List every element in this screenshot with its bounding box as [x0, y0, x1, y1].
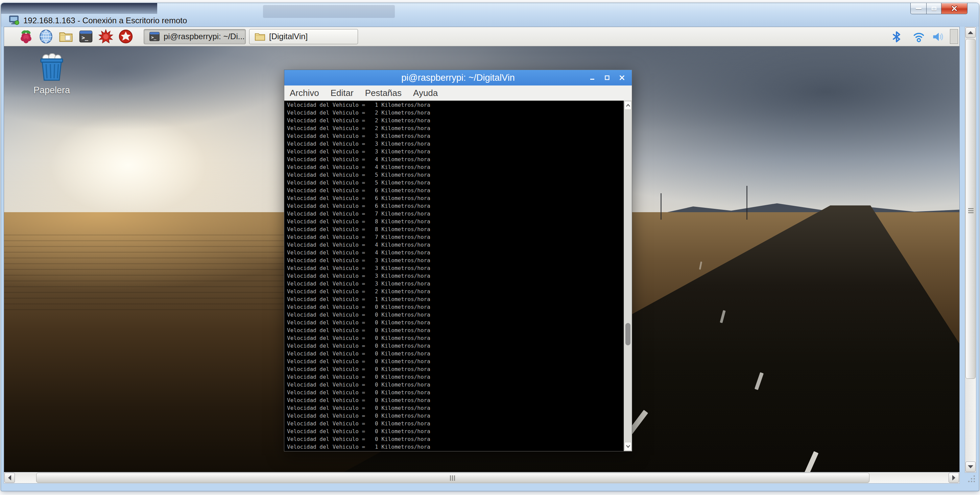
terminal-output-line: Velocidad del Vehiculo = 3 Kilometros/ho…: [287, 148, 623, 155]
scrollbar-grip: [450, 475, 456, 481]
minimize-icon: [589, 75, 595, 81]
terminal-menubar: ArchivoEditarPestañasAyuda: [284, 86, 632, 101]
terminal-output-line: Velocidad del Vehiculo = 1 Kilometros/ho…: [287, 295, 623, 303]
terminal-output-line: Velocidad del Vehiculo = 5 Kilometros/ho…: [287, 179, 623, 187]
terminal-output-line: Velocidad del Vehiculo = 2 Kilometros/ho…: [287, 117, 623, 124]
folder-icon: [254, 31, 266, 42]
terminal-scroll-down-button[interactable]: [624, 442, 632, 451]
trash-can-icon: [38, 53, 66, 82]
terminal-output-line: Velocidad del Vehiculo = 6 Kilometros/ho…: [287, 187, 623, 194]
maximize-icon: [604, 75, 610, 81]
task-button-label: [DigitalVin]: [269, 32, 308, 41]
rdp-scroll-up-button[interactable]: [966, 27, 975, 38]
terminal-menu-item[interactable]: Pestañas: [365, 88, 402, 98]
bluetooth-icon[interactable]: [891, 31, 903, 43]
arrow-down-icon: [968, 465, 973, 468]
rdp-scroll-down-button[interactable]: [966, 462, 975, 472]
terminal-output-line: Velocidad del Vehiculo = 0 Kilometros/ho…: [287, 357, 623, 365]
rdp-horizontal-scrollbar[interactable]: [4, 472, 960, 484]
arrow-up-icon: [968, 31, 973, 34]
terminal-output-line: Velocidad del Vehiculo = 2 Kilometros/ho…: [287, 124, 623, 132]
terminal-output-line: Velocidad del Vehiculo = 8 Kilometros/ho…: [287, 225, 623, 233]
file-manager-icon[interactable]: [58, 29, 74, 44]
terminal-output-line: Velocidad del Vehiculo = 0 Kilometros/ho…: [287, 435, 623, 443]
task-button-digitalvin[interactable]: [DigitalVin]: [249, 29, 358, 44]
terminal-output-line: Velocidad del Vehiculo = 0 Kilometros/ho…: [287, 373, 623, 381]
rdp-vscrollbar-thumb[interactable]: [966, 39, 975, 379]
titlebar-glass-ghost-2: [263, 5, 395, 18]
terminal-output-line: Velocidad del Vehiculo = 0 Kilometros/ho…: [287, 319, 623, 327]
arrow-right-icon: [952, 475, 955, 481]
terminal-minimize-button[interactable]: [589, 74, 596, 81]
mathematica-icon[interactable]: [98, 29, 114, 44]
close-button[interactable]: [942, 3, 967, 14]
terminal-output-line: Velocidad del Vehiculo = 0 Kilometros/ho…: [287, 412, 623, 420]
taskbar-launchers: >_: [4, 29, 134, 44]
raspberry-menu-icon[interactable]: [18, 29, 34, 44]
task-button-terminal[interactable]: >_ pi@raspberrypi: ~/Di...: [144, 29, 246, 44]
terminal-title: pi@raspberrypi: ~/DigitalVin: [401, 73, 514, 83]
rdp-scroll-left-button[interactable]: [5, 473, 15, 483]
volume-icon[interactable]: [932, 31, 944, 43]
minimize-button[interactable]: [910, 3, 926, 14]
terminal-close-button[interactable]: [618, 74, 626, 81]
desktop-icon-trash[interactable]: Papelera: [33, 53, 70, 96]
taskbar-task-buttons: >_ pi@raspberrypi: ~/Di... [DigitalVin]: [144, 29, 358, 44]
terminal-icon: >_: [149, 31, 160, 42]
terminal-output-line: Velocidad del Vehiculo = 0 Kilometros/ho…: [287, 404, 623, 412]
terminal-window: pi@raspberrypi: ~/DigitalVin ArchivoEdit…: [284, 70, 632, 451]
terminal-output-line: Velocidad del Vehiculo = 7 Kilometros/ho…: [287, 210, 623, 217]
rdp-titlebar[interactable]: 192.168.1.163 - Conexión a Escritorio re…: [1, 3, 979, 27]
terminal-menu-item[interactable]: Archivo: [290, 88, 319, 98]
task-button-label: pi@raspberrypi: ~/Di...: [164, 32, 245, 41]
terminal-scrollbar-thumb[interactable]: [625, 323, 630, 345]
terminal-icon[interactable]: >_: [78, 29, 94, 44]
rdp-window-controls: [910, 3, 967, 14]
wallpaper-pole: [746, 186, 748, 220]
rdp-hscrollbar-thumb[interactable]: [36, 473, 869, 483]
terminal-menu-item[interactable]: Editar: [331, 88, 353, 98]
cpu-monitor[interactable]: [950, 29, 958, 44]
chevron-down-icon: [626, 445, 630, 448]
terminal-titlebar[interactable]: pi@raspberrypi: ~/DigitalVin: [284, 70, 632, 86]
window-resize-grip[interactable]: [965, 472, 975, 483]
rdp-scroll-right-button[interactable]: [948, 473, 959, 483]
terminal-output-line: Velocidad del Vehiculo = 1 Kilometros/ho…: [287, 443, 623, 451]
terminal-output-line: Velocidad del Vehiculo = 7 Kilometros/ho…: [287, 233, 623, 241]
web-browser-icon[interactable]: [38, 29, 54, 44]
rdp-vertical-scrollbar[interactable]: [965, 27, 976, 473]
terminal-maximize-button[interactable]: [603, 74, 611, 81]
terminal-output-line: Velocidad del Vehiculo = 6 Kilometros/ho…: [287, 194, 623, 202]
rdp-window: 192.168.1.163 - Conexión a Escritorio re…: [1, 3, 979, 491]
minimize-icon: [916, 8, 921, 9]
trash-label: Papelera: [33, 85, 70, 96]
terminal-output-line: Velocidad del Vehiculo = 8 Kilometros/ho…: [287, 217, 623, 225]
terminal-output-line: Velocidad del Vehiculo = 0 Kilometros/ho…: [287, 365, 623, 373]
terminal-output-line: Velocidad del Vehiculo = 3 Kilometros/ho…: [287, 257, 623, 264]
close-icon: [619, 75, 625, 81]
terminal-output-line: Velocidad del Vehiculo = 4 Kilometros/ho…: [287, 163, 623, 171]
terminal-output-line: Velocidad del Vehiculo = 3 Kilometros/ho…: [287, 264, 623, 272]
terminal-body[interactable]: Velocidad del Vehiculo = 1 Kilometros/ho…: [284, 101, 632, 451]
terminal-output-line: Velocidad del Vehiculo = 4 Kilometros/ho…: [287, 241, 623, 249]
terminal-output-line: Velocidad del Vehiculo = 0 Kilometros/ho…: [287, 342, 623, 350]
wifi-icon[interactable]: [913, 31, 925, 43]
terminal-output: Velocidad del Vehiculo = 1 Kilometros/ho…: [287, 101, 623, 451]
terminal-output-line: Velocidad del Vehiculo = 0 Kilometros/ho…: [287, 389, 623, 396]
terminal-scroll-up-button[interactable]: [624, 101, 632, 110]
maximize-button[interactable]: [926, 3, 942, 14]
terminal-output-line: Velocidad del Vehiculo = 0 Kilometros/ho…: [287, 311, 623, 319]
terminal-output-line: Velocidad del Vehiculo = 1 Kilometros/ho…: [287, 101, 623, 109]
wallpaper-pole: [660, 193, 662, 220]
remote-desktop-viewport: Papelera: [4, 27, 960, 473]
wolfram-icon[interactable]: [118, 29, 134, 44]
maximize-icon: [932, 7, 936, 11]
taskbar: >_: [4, 27, 959, 46]
svg-text:>_: >_: [81, 35, 88, 41]
terminal-output-line: Velocidad del Vehiculo = 4 Kilometros/ho…: [287, 249, 623, 257]
terminal-output-line: Velocidad del Vehiculo = 0 Kilometros/ho…: [287, 420, 623, 427]
rdp-icon: [8, 14, 19, 27]
terminal-output-line: Velocidad del Vehiculo = 0 Kilometros/ho…: [287, 396, 623, 404]
terminal-scrollbar[interactable]: [624, 101, 632, 451]
terminal-menu-item[interactable]: Ayuda: [413, 88, 438, 98]
